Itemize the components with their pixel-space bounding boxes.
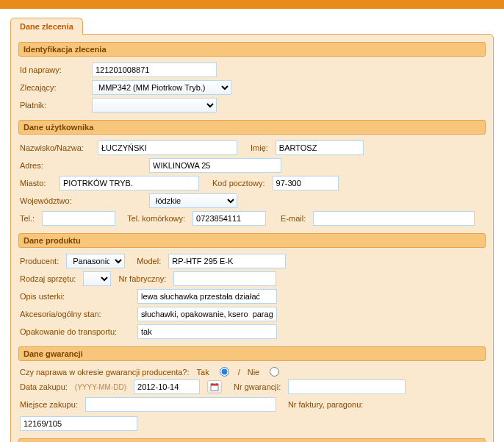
zlecajacy-label: Zlecający:	[20, 83, 84, 92]
model-label: Model:	[137, 257, 161, 265]
data-zakupu-input[interactable]	[134, 379, 200, 394]
miasto-input[interactable]	[60, 176, 199, 190]
calendar-icon[interactable]	[207, 380, 222, 393]
opis-input[interactable]	[137, 289, 277, 304]
nrfab-label: Nr fabryczny:	[118, 274, 166, 283]
nrfakt-input[interactable]	[20, 416, 137, 431]
data-zakupu-label: Data zakupu:	[20, 382, 68, 391]
woj-select[interactable]: łódzkie	[149, 193, 237, 208]
section-product: Dane produktu	[18, 233, 486, 248]
tak-label: Tak	[197, 368, 209, 377]
nrgw-input[interactable]	[288, 379, 406, 394]
sep-label: /	[238, 368, 240, 377]
opak-input[interactable]	[137, 324, 277, 339]
adres-input[interactable]	[149, 158, 281, 173]
email-label: E-mail:	[281, 214, 306, 223]
woj-label: Województwo:	[20, 196, 90, 205]
id-naprawy-input[interactable]	[92, 63, 217, 77]
id-naprawy-label: Id naprawy:	[20, 65, 84, 74]
nrfakt-label: Nr faktury, paragonu:	[288, 400, 364, 409]
tel-label: Tel.:	[20, 214, 35, 223]
imie-label: Imię:	[251, 143, 268, 152]
nie-label: Nie	[248, 368, 260, 377]
okres-tak-radio[interactable]	[220, 367, 229, 377]
kom-input[interactable]	[192, 211, 266, 226]
model-input[interactable]	[168, 254, 286, 268]
nrgw-label: Nr gwarancji:	[234, 382, 281, 391]
zlecajacy-select[interactable]: MMP342 (MM Piotrkow Tryb.)	[92, 80, 231, 95]
section-warranty: Dane gwarancji	[18, 346, 486, 361]
nazwisko-label: Nazwisko/Nazwa:	[20, 143, 90, 152]
producent-select[interactable]: Panasonic	[66, 254, 125, 268]
kod-input[interactable]	[273, 176, 339, 190]
rodzaj-label: Rodzaj sprzętu:	[20, 274, 76, 283]
imie-input[interactable]	[276, 140, 364, 155]
platnik-select[interactable]	[92, 98, 217, 113]
kom-label: Tel. komórkowy:	[127, 214, 185, 223]
tel-input[interactable]	[42, 211, 115, 226]
akcesoria-input[interactable]	[137, 307, 277, 321]
section-ident: Identyfikacja zlecenia	[18, 42, 486, 57]
miejsce-input[interactable]	[85, 397, 276, 412]
tab-label: Dane zlecenia	[20, 22, 73, 31]
miejsce-label: Miejsce zakupu:	[20, 400, 78, 409]
producent-label: Producent:	[20, 257, 59, 265]
opak-label: Opakowanie do transportu:	[20, 327, 130, 336]
platnik-label: Płatnik:	[20, 101, 84, 110]
section-repair: Dane naprawy	[18, 438, 486, 442]
opis-label: Opis usterki:	[20, 292, 130, 301]
adres-label: Adres:	[20, 161, 90, 170]
okres-nie-radio[interactable]	[270, 367, 279, 377]
miasto-label: Miasto:	[20, 179, 52, 188]
akcesoria-label: Akcesoria/ogólny stan:	[20, 310, 130, 318]
tab-dane-zlecenia[interactable]: Dane zlecenia	[10, 18, 83, 35]
data-zakupu-hint: (YYYY-MM-DD)	[75, 383, 126, 391]
app-topbar	[0, 0, 504, 9]
rodzaj-select[interactable]	[83, 271, 111, 286]
nrfab-input[interactable]	[173, 271, 276, 286]
nazwisko-input[interactable]	[98, 140, 237, 155]
section-user: Dane użytkownika	[18, 120, 486, 135]
okres-label: Czy naprawa w okresie gwarancji producen…	[20, 368, 190, 377]
email-input[interactable]	[313, 211, 475, 226]
kod-label: Kod pocztowy:	[212, 179, 265, 188]
form-panel: Identyfikacja zlecenia Id naprawy: Zleca…	[10, 34, 494, 442]
